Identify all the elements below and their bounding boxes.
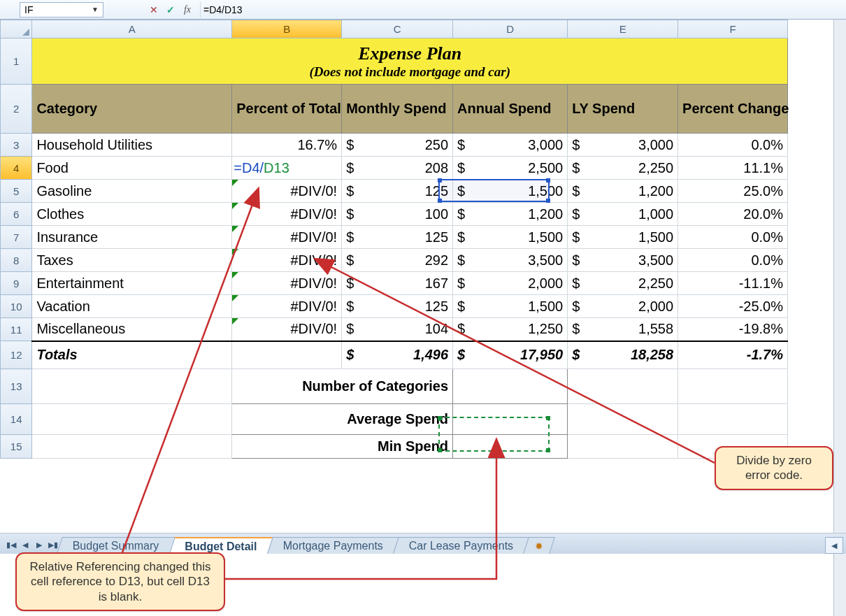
cell-A4[interactable]: Food: [32, 157, 232, 180]
cell-F5[interactable]: 25.0%: [678, 180, 788, 203]
row-header-8[interactable]: 8: [1, 249, 32, 272]
header-annual-spend[interactable]: Annual Spend: [453, 85, 568, 134]
cell-C11[interactable]: $104: [342, 318, 453, 341]
row-header-6[interactable]: 6: [1, 203, 32, 226]
sheet-tab-mortgage-payments[interactable]: Mortgage Payments: [267, 537, 399, 554]
cell-B3[interactable]: 16.7%: [232, 134, 342, 157]
col-header-A[interactable]: A: [32, 20, 232, 38]
select-all-corner[interactable]: [1, 20, 32, 38]
row-header-12[interactable]: 12: [1, 341, 32, 369]
cell-E9[interactable]: $2,250: [568, 272, 678, 295]
cell-F8[interactable]: 0.0%: [678, 249, 788, 272]
cell-D7[interactable]: $1,500: [453, 226, 568, 249]
col-header-F[interactable]: F: [678, 20, 788, 38]
cell-B11[interactable]: #DIV/0!: [232, 318, 342, 341]
cell-F12[interactable]: -1.7%: [678, 341, 788, 369]
cell-C10[interactable]: $125: [342, 295, 453, 318]
cell-F6[interactable]: 20.0%: [678, 203, 788, 226]
cell-B6[interactable]: #DIV/0!: [232, 203, 342, 226]
cell-D4[interactable]: $2,500: [453, 157, 568, 180]
header-percent-of-total[interactable]: Percent of Total: [232, 85, 342, 134]
row-header-7[interactable]: 7: [1, 226, 32, 249]
cell-A8[interactable]: Taxes: [32, 249, 232, 272]
worksheet-grid[interactable]: A B C D E F 1 Expense Plan (Does not inc…: [0, 20, 788, 459]
cell-E6[interactable]: $1,000: [568, 203, 678, 226]
row-header-2[interactable]: 2: [1, 85, 32, 134]
cell-F7[interactable]: 0.0%: [678, 226, 788, 249]
cell-D10[interactable]: $1,500: [453, 295, 568, 318]
cell-E15[interactable]: [568, 435, 678, 459]
cell-C4[interactable]: $208: [342, 157, 453, 180]
cancel-edit-button[interactable]: ✕: [145, 2, 162, 17]
cell-D3[interactable]: $3,000: [453, 134, 568, 157]
cell-E10[interactable]: $2,000: [568, 295, 678, 318]
cell-F13[interactable]: [678, 369, 788, 404]
cell-D14[interactable]: [453, 404, 568, 435]
row-header-4[interactable]: 4: [1, 157, 32, 180]
tab-nav-first-icon[interactable]: ▮◀: [4, 537, 18, 552]
cell-D9[interactable]: $2,000: [453, 272, 568, 295]
cell-B5[interactable]: #DIV/0!: [232, 180, 342, 203]
cell-C12[interactable]: $1,496: [342, 341, 453, 369]
cell-C8[interactable]: $292: [342, 249, 453, 272]
cell-C5[interactable]: $125: [342, 180, 453, 203]
cell-E4[interactable]: $2,250: [568, 157, 678, 180]
cell-C6[interactable]: $100: [342, 203, 453, 226]
cell-C7[interactable]: $125: [342, 226, 453, 249]
row-header-15[interactable]: 15: [1, 435, 32, 459]
cell-E8[interactable]: $3,500: [568, 249, 678, 272]
row-header-3[interactable]: 3: [1, 134, 32, 157]
cell-F14[interactable]: [678, 404, 788, 435]
cell-A3[interactable]: Household Utilities: [32, 134, 232, 157]
cell-B8[interactable]: #DIV/0!: [232, 249, 342, 272]
label-min-spend[interactable]: Min Spend: [232, 435, 453, 459]
cell-E5[interactable]: $1,200: [568, 180, 678, 203]
cell-E7[interactable]: $1,500: [568, 226, 678, 249]
row-header-5[interactable]: 5: [1, 180, 32, 203]
tab-nav-next-icon[interactable]: ▶: [32, 537, 46, 552]
label-number-of-categories[interactable]: Number of Categories: [232, 369, 453, 404]
cell-A10[interactable]: Vacation: [32, 295, 232, 318]
header-ly-spend[interactable]: LY Spend: [568, 85, 678, 134]
header-category[interactable]: Category: [32, 85, 232, 134]
row-header-1[interactable]: 1: [1, 38, 32, 85]
row-header-14[interactable]: 14: [1, 404, 32, 435]
cell-B12[interactable]: [232, 341, 342, 369]
col-header-B[interactable]: B: [232, 20, 342, 38]
cell-A15[interactable]: [32, 435, 232, 459]
cell-C9[interactable]: $167: [342, 272, 453, 295]
cell-A5[interactable]: Gasoline: [32, 180, 232, 203]
cell-A7[interactable]: Insurance: [32, 226, 232, 249]
cell-A11[interactable]: Miscellaneous: [32, 318, 232, 341]
cell-F9[interactable]: -11.1%: [678, 272, 788, 295]
cell-A6[interactable]: Clothes: [32, 203, 232, 226]
header-monthly-spend[interactable]: Monthly Spend: [342, 85, 453, 134]
cell-D5[interactable]: $1,500: [453, 180, 568, 203]
cell-B4-editing[interactable]: =D4/D13: [232, 157, 342, 180]
sheet-tab-car-lease-payments[interactable]: Car Lease Payments: [393, 537, 529, 554]
title-cell[interactable]: Expense Plan (Does not include mortgage …: [32, 38, 788, 85]
cell-D13[interactable]: [453, 369, 568, 404]
row-header-10[interactable]: 10: [1, 295, 32, 318]
cell-D12[interactable]: $17,950: [453, 341, 568, 369]
tab-scroll-left-icon[interactable]: ◀: [825, 537, 843, 554]
cell-E14[interactable]: [568, 404, 678, 435]
cell-B9[interactable]: #DIV/0!: [232, 272, 342, 295]
name-box[interactable]: IF ▼: [20, 2, 103, 17]
row-header-11[interactable]: 11: [1, 318, 32, 341]
cell-A12[interactable]: Totals: [32, 341, 232, 369]
sheet-tab-budget-summary[interactable]: Budget Summary: [57, 537, 175, 554]
cell-A13[interactable]: [32, 369, 232, 404]
row-header-13[interactable]: 13: [1, 369, 32, 404]
cell-D6[interactable]: $1,200: [453, 203, 568, 226]
col-header-D[interactable]: D: [453, 20, 568, 38]
cell-E12[interactable]: $18,258: [568, 341, 678, 369]
col-header-C[interactable]: C: [342, 20, 453, 38]
new-sheet-button[interactable]: ✸: [523, 537, 555, 554]
cell-D8[interactable]: $3,500: [453, 249, 568, 272]
label-average-spend[interactable]: Average Spend: [232, 404, 453, 435]
cell-D15[interactable]: [453, 435, 568, 459]
cell-B7[interactable]: #DIV/0!: [232, 226, 342, 249]
cell-E13[interactable]: [568, 369, 678, 404]
cell-E11[interactable]: $1,558: [568, 318, 678, 341]
